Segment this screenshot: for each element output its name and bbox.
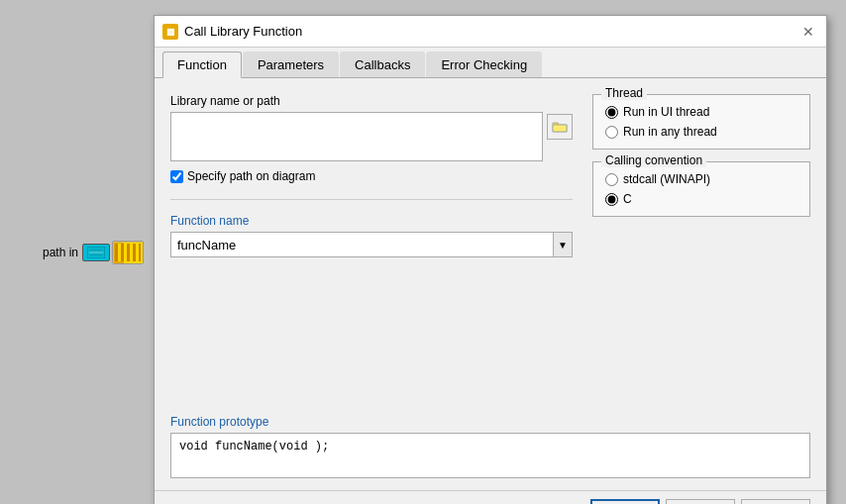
diagram-area: path in fx ( ): [0, 0, 154, 504]
tab-callbacks[interactable]: Callbacks: [340, 51, 425, 77]
separator: [170, 199, 573, 200]
svg-text:( ): ( ): [125, 254, 136, 261]
cancel-button[interactable]: Cancel: [666, 499, 735, 504]
diagram-icon-yellow: fx ( ): [112, 241, 144, 264]
ui-thread-radio[interactable]: [605, 106, 618, 119]
function-name-dropdown[interactable]: ▼: [553, 232, 573, 257]
thread-group-title: Thread: [601, 86, 647, 100]
tab-error-checking[interactable]: Error Checking: [426, 51, 542, 77]
call-library-dialog: ▦ Call Library Function ✕ Function Param…: [154, 15, 827, 504]
left-section: Library name or path Specify path on dia…: [170, 94, 573, 399]
bottom-bar: Consider using a wizard instead... OK Ca…: [155, 490, 826, 504]
svg-text:fx: fx: [125, 247, 133, 254]
function-name-input[interactable]: [170, 232, 553, 257]
library-input-row: [170, 112, 573, 161]
stdcall-label: stdcall (WINAPI): [623, 172, 710, 186]
dialog-titlebar: ▦ Call Library Function ✕: [155, 16, 826, 48]
prototype-label: Function prototype: [170, 415, 810, 429]
calling-convention-group: Calling convention stdcall (WINAPI) C: [592, 161, 810, 217]
dialog-title: Call Library Function: [184, 24, 302, 39]
specify-path-checkbox[interactable]: [170, 170, 183, 183]
library-label: Library name or path: [170, 94, 573, 108]
stdcall-radio[interactable]: [605, 173, 618, 186]
prototype-box: void funcName(void );: [170, 433, 810, 478]
folder-browse-button[interactable]: [547, 114, 573, 140]
diagram-label: path in: [43, 246, 78, 259]
c-convention-radio[interactable]: [605, 193, 618, 206]
thread-group: Thread Run in UI thread Run in any threa…: [592, 94, 810, 150]
close-button[interactable]: ✕: [798, 22, 818, 42]
dialog-body: Library name or path Specify path on dia…: [155, 78, 826, 504]
folder-icon: [552, 120, 568, 134]
help-button[interactable]: Help: [741, 499, 810, 504]
tab-function[interactable]: Function: [162, 51, 242, 78]
function-name-row: ▼: [170, 232, 573, 257]
title-icon: ▦: [162, 24, 178, 40]
bottom-buttons: OK Cancel Help: [590, 499, 810, 504]
ok-button[interactable]: OK: [590, 499, 660, 504]
any-thread-radio[interactable]: [605, 126, 618, 139]
c-conv-row: C: [605, 192, 797, 206]
tab-bar: Function Parameters Callbacks Error Chec…: [155, 48, 826, 78]
svg-rect-3: [113, 242, 144, 264]
content-area: Library name or path Specify path on dia…: [155, 78, 826, 415]
specify-path-label: Specify path on diagram: [187, 169, 315, 183]
titlebar-left: ▦ Call Library Function: [162, 24, 302, 40]
ui-thread-label: Run in UI thread: [623, 105, 709, 119]
right-section: Thread Run in UI thread Run in any threa…: [592, 94, 810, 399]
specify-path-row: Specify path on diagram: [170, 169, 573, 183]
any-thread-label: Run in any thread: [623, 125, 717, 139]
c-convention-label: C: [623, 192, 632, 206]
diagram-icon-cyan: [82, 244, 110, 261]
any-thread-row: Run in any thread: [605, 125, 797, 139]
ui-thread-row: Run in UI thread: [605, 105, 797, 119]
prototype-section: Function prototype void funcName(void );: [170, 415, 810, 478]
function-name-label: Function name: [170, 214, 573, 228]
calling-convention-title: Calling convention: [601, 153, 706, 167]
stdcall-row: stdcall (WINAPI): [605, 172, 797, 186]
svg-rect-4: [114, 243, 124, 264]
tab-parameters[interactable]: Parameters: [243, 51, 339, 77]
library-input[interactable]: [170, 112, 543, 161]
